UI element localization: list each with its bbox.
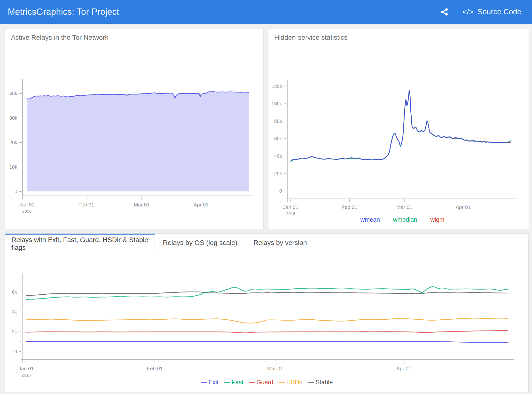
legend-item-fast: — Fast	[224, 379, 243, 386]
panel-hidden-services: Hidden-service statistics 020k40k60k80k1…	[268, 29, 529, 229]
legend-item-wmedian: — wmedian	[385, 216, 417, 223]
svg-text:0: 0	[15, 189, 17, 194]
svg-text:Feb 01: Feb 01	[147, 366, 163, 371]
legend-item-exit: — Exit	[201, 379, 219, 386]
svg-text:Mar 01: Mar 01	[397, 204, 412, 210]
page: MetricsGraphics: Tor Project </> Source …	[0, 0, 532, 394]
legend-item-wiqm: — wiqm	[422, 216, 444, 223]
tab-relays-by-os[interactable]: Relays by OS (log scale)	[155, 234, 245, 252]
app-title: MetricsGraphics: Tor Project	[0, 7, 119, 17]
svg-text:Jan 01: Jan 01	[19, 202, 34, 207]
svg-text:Jan 01: Jan 01	[283, 204, 298, 210]
relay-flags-legend: — Exit— Fast— Guard— HSDir— Stable	[5, 379, 528, 386]
svg-text:100k: 100k	[272, 101, 282, 106]
svg-text:Feb 01: Feb 01	[342, 204, 357, 210]
code-icon: </>	[462, 8, 474, 16]
svg-text:10k: 10k	[9, 164, 17, 170]
svg-text:80k: 80k	[274, 118, 282, 124]
svg-text:40k: 40k	[274, 153, 282, 159]
svg-text:40k: 40k	[9, 91, 17, 96]
svg-text:2016: 2016	[22, 209, 31, 214]
tab-relay-flags[interactable]: Relays with Exit, Fast, Guard, HSDir & S…	[5, 234, 155, 252]
panel-relay-flags: Relays with Exit, Fast, Guard, HSDir & S…	[5, 233, 529, 392]
source-code-link[interactable]: </> Source Code	[462, 8, 521, 16]
tab-relays-by-version[interactable]: Relays by version	[245, 234, 315, 252]
svg-text:20k: 20k	[9, 140, 17, 145]
svg-text:Jan 01: Jan 01	[18, 366, 34, 371]
app-header: MetricsGraphics: Tor Project </> Source …	[0, 0, 532, 24]
svg-text:Apr 01: Apr 01	[396, 366, 411, 371]
legend-item-guard: — Guard	[249, 379, 273, 386]
svg-text:Feb 01: Feb 01	[78, 202, 94, 207]
svg-text:20k: 20k	[274, 171, 282, 176]
svg-text:2016: 2016	[22, 373, 31, 378]
source-code-label: Source Code	[477, 8, 521, 16]
active-relays-title: Active Relays in the Tor Network	[5, 29, 263, 46]
header-actions: </> Source Code	[440, 8, 532, 16]
svg-text:Mar 01: Mar 01	[134, 202, 149, 207]
svg-text:60k: 60k	[274, 136, 282, 141]
top-panels-row: Active Relays in the Tor Network 010k20k…	[0, 24, 532, 229]
active-relays-chart: 010k20k30k40kJan 012016Feb 01Mar 01Apr 0…	[5, 46, 263, 216]
legend-item-wmean: — wmean	[353, 216, 380, 223]
tab-bar: Relays with Exit, Fast, Guard, HSDir & S…	[5, 234, 528, 252]
hidden-services-title: Hidden-service statistics	[268, 29, 529, 46]
panel-active-relays: Active Relays in the Tor Network 010k20k…	[5, 29, 264, 229]
legend-item-hsdir: — HSDir	[279, 379, 303, 386]
svg-text:0: 0	[14, 349, 17, 354]
svg-text:120k: 120k	[272, 84, 282, 89]
hidden-services-chart: 020k40k60k80k100k120kJan 012016Feb 01Mar…	[268, 46, 529, 216]
svg-text:6k: 6k	[12, 289, 17, 295]
bottom-section: Relays with Exit, Fast, Guard, HSDir & S…	[5, 233, 529, 392]
hidden-services-legend: — wmean— wmedian— wiqm	[268, 216, 529, 223]
svg-text:2k: 2k	[12, 329, 17, 334]
share-icon-glyph	[440, 8, 449, 16]
svg-text:Apr 01: Apr 01	[194, 202, 209, 207]
relay-flags-chart: 02k4k6kJan 012016Feb 01Mar 01Apr 01	[5, 252, 528, 378]
svg-text:Mar 01: Mar 01	[267, 366, 283, 371]
share-icon[interactable]	[440, 8, 449, 16]
tab-bar-filler	[315, 234, 528, 252]
svg-text:0: 0	[279, 188, 282, 194]
svg-text:Apr 01: Apr 01	[456, 204, 471, 210]
svg-text:30k: 30k	[9, 115, 17, 121]
svg-text:4k: 4k	[12, 309, 17, 315]
svg-text:2016: 2016	[286, 212, 295, 216]
legend-item-stable: — Stable	[308, 379, 333, 386]
